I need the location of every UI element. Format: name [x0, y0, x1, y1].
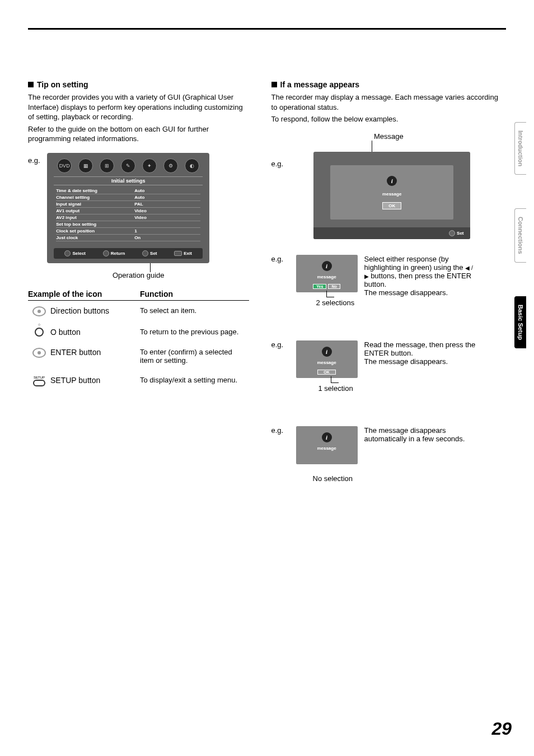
menu-icon: ✦ — [142, 158, 157, 173]
operation-guide-label: Operation guide — [28, 271, 249, 279]
table-row: O button To return to the previous page. — [28, 322, 249, 342]
menu-icon: ⊞ — [100, 158, 114, 173]
desc-text: Select either response (by highlighting … — [364, 255, 476, 307]
caption: 2 selections — [316, 298, 358, 307]
info-icon: i — [387, 176, 397, 186]
menu-icon: ✎ — [121, 158, 135, 173]
enter-icon — [32, 348, 46, 358]
table-row: ENTER button To enter (confirm) a select… — [28, 342, 249, 370]
eg-label: e.g. — [271, 426, 289, 483]
ok-dialog: i message OK — [296, 340, 358, 378]
settings-list: Time & date settingAuto Channel settingA… — [50, 188, 206, 246]
side-tabs: Introduction Connections Basic Setup — [514, 122, 526, 348]
page-number: 29 — [491, 718, 512, 739]
menu-icon: ▦ — [78, 158, 93, 173]
tip-title: Tip on setting — [28, 80, 249, 89]
eg-label: e.g. — [271, 255, 289, 307]
tab-introduction[interactable]: Introduction — [514, 122, 526, 175]
yes-no-dialog: i message Yes No — [296, 255, 358, 292]
ok-button[interactable]: OK — [317, 370, 336, 375]
table-row: SETUP SETUP button To display/exit a set… — [28, 370, 249, 392]
eg-label: e.g. — [271, 160, 284, 239]
menu-icon: ◐ — [185, 158, 199, 173]
menu-icon: ⚙ — [163, 158, 178, 173]
info-icon: i — [322, 261, 332, 271]
caption: No selection — [313, 474, 358, 483]
message-title: If a message appears — [271, 80, 506, 89]
message-dialog: i message OK Set — [313, 152, 470, 239]
desc-text: Read the message, then press the ENTER b… — [364, 340, 476, 393]
no-button[interactable]: No — [328, 284, 340, 289]
info-icon: i — [322, 347, 332, 357]
icon-table-header: Example of the icon Function — [28, 290, 249, 301]
direction-icon — [32, 306, 46, 316]
eg-label: e.g. — [28, 156, 40, 165]
desc-text: The message disappears automatically in … — [364, 426, 476, 483]
msg-p2: To respond, follow the below examples. — [271, 114, 506, 124]
tab-basic-setup[interactable]: Basic Setup — [514, 296, 526, 348]
msg-p1: The recorder may display a message. Each… — [271, 92, 506, 112]
table-row: Direction buttons To select an item. — [28, 301, 249, 322]
message-label: Message — [271, 132, 506, 141]
tip-p2: Refer to the guide on the bottom on each… — [28, 124, 249, 144]
ok-button[interactable]: OK — [382, 202, 401, 209]
info-icon: i — [322, 432, 332, 442]
caption: 1 selection — [318, 384, 358, 393]
yes-button[interactable]: Yes — [313, 284, 326, 289]
init-settings-title: Initial settings — [54, 176, 203, 185]
eg-label: e.g. — [271, 340, 289, 393]
auto-dialog: i message — [296, 426, 358, 464]
gui-screenshot: DVD ▦ ⊞ ✎ ✦ ⚙ ◐ Initial settings Time & … — [47, 153, 209, 263]
tab-connections[interactable]: Connections — [514, 208, 526, 263]
setup-icon — [33, 380, 45, 386]
operation-bar: Select Return Set Exit — [54, 248, 203, 259]
o-button-icon — [35, 328, 44, 337]
menu-icon: DVD — [57, 158, 72, 173]
tip-p1: The recorder provides you with a variety… — [28, 92, 249, 122]
